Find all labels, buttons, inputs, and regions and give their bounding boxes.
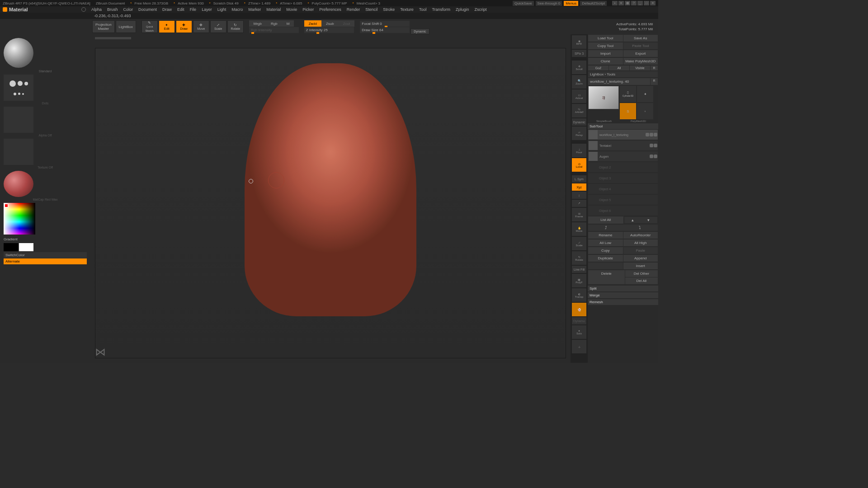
- subtool-item-2[interactable]: Augen: [588, 151, 658, 161]
- menus-button[interactable]: Menus: [564, 1, 578, 6]
- menu-document[interactable]: Document: [138, 7, 157, 12]
- duplicate-button[interactable]: Duplicate: [588, 255, 623, 262]
- menu-light[interactable]: Light: [217, 7, 226, 12]
- menu-marker[interactable]: Marker: [248, 7, 261, 12]
- tool-name-field[interactable]: workflow_I_texturing. 40: [588, 78, 650, 85]
- minimize-icon[interactable]: _: [637, 1, 643, 5]
- subtool-slot[interactable]: Object 6: [588, 206, 658, 216]
- persp-button[interactable]: ▱Persp: [572, 127, 586, 140]
- bpr-button[interactable]: ◉BPR: [572, 35, 586, 49]
- quicksave-button[interactable]: QuickSave: [513, 1, 534, 6]
- remesh-section[interactable]: Remesh: [588, 299, 658, 305]
- menu-movie[interactable]: Movie: [286, 7, 297, 12]
- rgb-button[interactable]: Rgb: [266, 20, 282, 27]
- sym-y-icon[interactable]: ↕: [572, 192, 586, 199]
- switch-color-button[interactable]: SwitchColor: [4, 252, 87, 258]
- save-as-button[interactable]: Save As: [623, 35, 658, 42]
- menu-draw[interactable]: Draw: [162, 7, 172, 12]
- star-tool-icon[interactable]: ✦: [637, 86, 653, 102]
- rename-button[interactable]: Rename: [588, 232, 623, 239]
- gradient-label[interactable]: Gradient: [2, 236, 89, 242]
- move-mode-button[interactable]: ✥Move: [193, 20, 209, 33]
- workflow-tool-icon[interactable]: ▫: [637, 103, 653, 119]
- insert-button[interactable]: Insert: [623, 263, 658, 269]
- goz-button[interactable]: GoZ: [588, 66, 609, 70]
- subtool-item-1[interactable]: Tentakel: [588, 141, 658, 150]
- xyz-button[interactable]: Xyz: [572, 183, 586, 191]
- eye-icon[interactable]: [650, 144, 653, 147]
- tool-r-button[interactable]: R: [651, 78, 658, 85]
- arrow-up-icon[interactable]: ▴: [632, 218, 634, 222]
- autoreorder-button[interactable]: AutoReorder: [623, 232, 658, 239]
- subtool-slot[interactable]: Object 3: [588, 173, 658, 183]
- menu-edit[interactable]: Edit: [177, 7, 184, 12]
- delete-button[interactable]: Delete: [588, 270, 625, 284]
- scale-mode-button[interactable]: ⤢Scale: [210, 20, 226, 33]
- clone-button[interactable]: Clone: [588, 58, 623, 65]
- color-picker[interactable]: [4, 203, 35, 235]
- sculpt-mesh[interactable]: [245, 63, 416, 316]
- subtool-section-header[interactable]: SubTool: [588, 123, 658, 129]
- eye-icon[interactable]: [646, 133, 649, 136]
- scroll-button[interactable]: ✥Scroll: [572, 61, 586, 74]
- subtool-item-0[interactable]: workflow_I_texturing: [588, 130, 658, 140]
- maximize-icon[interactable]: □: [644, 1, 649, 5]
- secondary-color-swatch[interactable]: [19, 243, 33, 251]
- m-button[interactable]: M: [282, 20, 294, 27]
- move-nav-button[interactable]: ✋Move: [572, 222, 586, 236]
- menu-color[interactable]: Color: [123, 7, 133, 12]
- menu-render[interactable]: Render: [347, 7, 360, 12]
- lightbox-tools-header[interactable]: Lightbox › Tools: [588, 71, 658, 77]
- polyf-button[interactable]: ▦PolyF: [572, 274, 586, 287]
- load-tool-button[interactable]: Load Tool: [588, 35, 623, 42]
- rgb-intensity-slider[interactable]: Rgb Intensity: [249, 27, 299, 33]
- all-low-button[interactable]: All Low: [588, 239, 623, 246]
- mrgb-button[interactable]: Mrgb: [249, 20, 266, 27]
- paste-button[interactable]: Paste: [623, 247, 658, 254]
- aahalf-button[interactable]: ½AAHalf: [572, 104, 586, 117]
- menu-file[interactable]: File: [190, 7, 197, 12]
- texture-slot[interactable]: [4, 139, 33, 165]
- zadd-button[interactable]: Zadd: [304, 20, 321, 27]
- dynamic-button[interactable]: Dynamic: [410, 28, 429, 34]
- focal-shift-slider[interactable]: Focal Shift 0: [360, 21, 410, 27]
- linefill-button[interactable]: Line Fill: [572, 266, 586, 273]
- ghost-button[interactable]: 👻: [572, 303, 586, 316]
- projection-master-button[interactable]: Projection Master: [92, 20, 115, 33]
- floor-button[interactable]: ⊥Floor: [572, 144, 586, 157]
- menu-alpha[interactable]: Alpha: [91, 7, 102, 12]
- draw-mode-button[interactable]: ✚Draw: [176, 20, 192, 33]
- zsub-button[interactable]: Zsub: [321, 20, 339, 27]
- brush-icon[interactable]: [654, 144, 657, 147]
- goz-r-button[interactable]: R: [651, 66, 658, 70]
- menu-stencil[interactable]: Stencil: [365, 7, 377, 12]
- frame-button[interactable]: ⊞Frame: [572, 208, 586, 221]
- list-all-button[interactable]: List All: [588, 216, 623, 224]
- rotate-mode-button[interactable]: ↻Rotate: [227, 20, 244, 33]
- dynamo-button[interactable]: Dynamo: [572, 317, 586, 324]
- cylinder-tool-icon[interactable]: ▯Cylinder3D: [620, 86, 636, 102]
- win-fold-icon[interactable]: ▾: [618, 1, 624, 5]
- paste-tool-button[interactable]: Paste Tool: [623, 42, 658, 49]
- goz-all-button[interactable]: All: [609, 66, 629, 70]
- menu-macro[interactable]: Macro: [231, 7, 243, 12]
- menu-material[interactable]: Material: [266, 7, 281, 12]
- menu-transform[interactable]: Transform: [432, 7, 450, 12]
- subtool-slot[interactable]: Object 2: [588, 162, 658, 172]
- append-button[interactable]: Append: [623, 255, 658, 262]
- rotate-nav-button[interactable]: ↻Rotate: [572, 251, 586, 265]
- split-section[interactable]: Split: [588, 286, 658, 291]
- simplebrush-tool-icon[interactable]: S: [620, 103, 636, 119]
- seethrough-slider[interactable]: See-through 0: [536, 1, 562, 6]
- brush-icon[interactable]: [650, 133, 653, 136]
- subtool-slot[interactable]: Object 5: [588, 195, 658, 205]
- menu-stroke[interactable]: Stroke: [383, 7, 395, 12]
- edit-mode-button[interactable]: ✦Edit: [159, 20, 175, 33]
- arrow-down-icon[interactable]: ▾: [647, 218, 650, 222]
- all-high-button[interactable]: All High: [623, 239, 658, 246]
- lightbox-button[interactable]: LightBox: [116, 20, 136, 33]
- quick-sketch-button[interactable]: ✎Quick Sketch: [142, 20, 158, 33]
- win-help-icon[interactable]: ?: [631, 1, 637, 5]
- spix-slider[interactable]: SPix 3: [572, 50, 586, 57]
- move-up-icon[interactable]: ⤴: [605, 225, 607, 230]
